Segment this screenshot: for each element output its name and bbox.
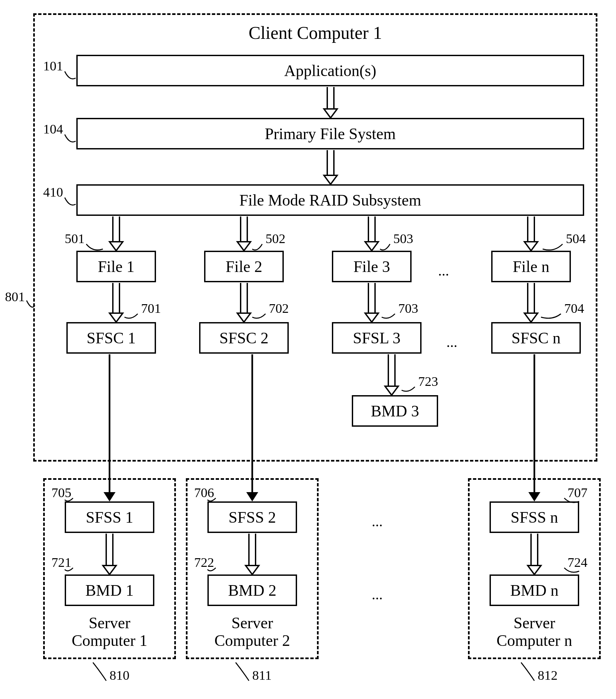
servern-label: Server Computer n — [474, 614, 594, 649]
sfscn-label: SFSC n — [511, 329, 561, 347]
raid-box: File Mode RAID Subsystem — [76, 184, 584, 216]
ref-501: 501 — [65, 231, 85, 246]
sfss2-box: SFSS 2 — [207, 501, 297, 533]
applications-label: Application(s) — [284, 62, 376, 80]
bmd2-label: BMD 2 — [228, 581, 276, 599]
sfsc2-label: SFSC 2 — [219, 329, 268, 347]
sfsl3-label: SFSL 3 — [353, 329, 401, 347]
file2-label: File 2 — [226, 258, 263, 276]
ref-410: 410 — [43, 184, 63, 200]
ref-810: 810 — [109, 668, 130, 683]
sfsc1-label: SFSC 1 — [86, 329, 136, 347]
ref-801: 801 — [5, 289, 25, 304]
primary-fs-label: Primary File System — [265, 124, 396, 143]
ref-503: 503 — [393, 231, 413, 246]
bmd2-box: BMD 2 — [207, 575, 297, 606]
ellipsis-sfsc: ... — [446, 334, 457, 351]
server1-label: Server Computer 1 — [50, 614, 169, 649]
ref-702: 702 — [269, 301, 289, 316]
sfsl3-box: SFSL 3 — [332, 322, 421, 354]
sfscn-box: SFSC n — [491, 322, 581, 354]
sfss1-label: SFSS 1 — [86, 508, 133, 526]
ref-724: 724 — [567, 555, 588, 570]
ref-723: 723 — [418, 373, 438, 389]
bmd3-label: BMD 3 — [371, 402, 419, 420]
sfss1-box: SFSS 1 — [65, 501, 154, 533]
file3-label: File 3 — [353, 258, 390, 276]
ref-706: 706 — [194, 485, 214, 500]
bmdn-label: BMD n — [510, 581, 558, 599]
bmd1-box: BMD 1 — [65, 575, 154, 606]
raid-label: File Mode RAID Subsystem — [239, 191, 421, 209]
sfssn-box: SFSS n — [490, 501, 579, 533]
ellipsis-bmd: ... — [372, 586, 383, 603]
filen-label: File n — [513, 258, 550, 276]
sfsc1-box: SFSC 1 — [66, 322, 156, 354]
ellipsis-file: ... — [438, 262, 449, 279]
ref-703: 703 — [398, 301, 418, 316]
ref-502: 502 — [266, 231, 285, 246]
sfssn-label: SFSS n — [511, 508, 558, 526]
ref-722: 722 — [194, 555, 214, 570]
ellipsis-sfss: ... — [372, 513, 383, 530]
ref-812: 812 — [538, 668, 558, 683]
ref-705: 705 — [51, 485, 71, 500]
ref-104: 104 — [43, 121, 63, 137]
filen-box: File n — [491, 251, 571, 282]
ref-101: 101 — [43, 58, 63, 74]
primary-fs-box: Primary File System — [76, 118, 584, 149]
file1-label: File 1 — [98, 258, 135, 276]
ref-707: 707 — [567, 485, 588, 500]
ref-701: 701 — [141, 301, 161, 316]
client-title: Client Computer 1 — [232, 23, 398, 43]
ref-811: 811 — [252, 668, 272, 683]
applications-box: Application(s) — [76, 55, 584, 86]
ref-504: 504 — [566, 231, 586, 246]
file2-box: File 2 — [204, 251, 284, 282]
sfss2-label: SFSS 2 — [229, 508, 276, 526]
diagram-canvas: Client Computer 1 Application(s) Primary… — [0, 0, 616, 699]
server2-label: Server Computer 2 — [192, 614, 312, 649]
ref-721: 721 — [51, 555, 71, 570]
file1-box: File 1 501 — [76, 251, 156, 282]
bmdn-box: BMD n — [490, 575, 579, 606]
sfsc2-box: SFSC 2 — [199, 322, 289, 354]
bmd1-label: BMD 1 — [85, 581, 133, 599]
file3-box: File 3 — [332, 251, 412, 282]
ref-704: 704 — [564, 301, 584, 316]
bmd3-box: BMD 3 — [352, 395, 438, 427]
